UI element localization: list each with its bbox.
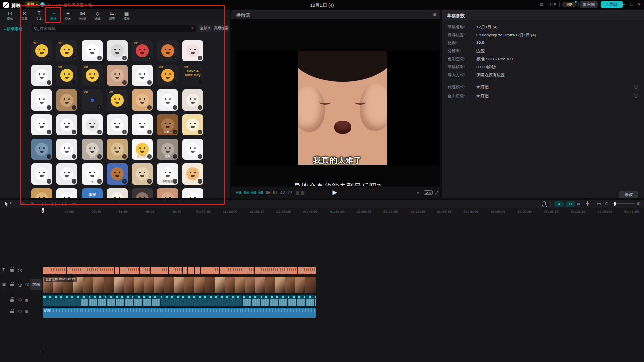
sticker-tile[interactable]: ↓	[56, 114, 77, 135]
sticker-tile[interactable]: Have A Nice DayVIP↓	[182, 65, 203, 86]
download-icon[interactable]: ↓	[198, 80, 202, 85]
subtitle-clip[interactable]	[195, 267, 200, 274]
layout-switch-icon[interactable]: ◫ ▾	[548, 2, 556, 7]
sticker-tile[interactable]: ↓	[182, 139, 203, 160]
sticker-tile[interactable]: ↓	[182, 163, 203, 185]
sticker-tile[interactable]: VIP↓	[82, 89, 103, 111]
sticker-tile[interactable]: ↓	[182, 114, 203, 135]
subtitle-clip[interactable]	[268, 267, 274, 274]
subtitle-track[interactable]	[43, 267, 316, 274]
download-icon[interactable]: ↓	[47, 130, 51, 134]
split-right-icon[interactable]: ][	[61, 201, 67, 206]
tab-贴纸[interactable]: ◔贴纸	[46, 9, 61, 23]
mute-icon[interactable]: ◁)	[25, 282, 29, 286]
sticker-tile[interactable]: ↓	[31, 89, 52, 111]
sticker-tile[interactable]: ↓	[56, 139, 77, 160]
download-icon[interactable]: ↓	[72, 130, 76, 134]
split-icon[interactable]: ][	[41, 201, 47, 206]
sticker-tile[interactable]: ↓	[82, 114, 103, 135]
download-icon[interactable]: ↓	[97, 154, 102, 159]
sticker-tile[interactable]: VIP↓	[56, 65, 77, 86]
filter-all-dropdown[interactable]: 全部 ▾	[198, 25, 212, 32]
tab-媒体[interactable]: ⊡媒体	[3, 9, 17, 23]
lock-icon[interactable]	[10, 311, 14, 313]
sticker-tile[interactable]: ↓	[107, 163, 128, 185]
download-icon[interactable]: ↓	[198, 130, 202, 134]
download-icon[interactable]: ↓	[147, 105, 152, 110]
select-tool-dropdown[interactable]: ▾	[10, 201, 12, 205]
sticker-tile[interactable]: 咬牙切齿↓	[132, 139, 153, 160]
subtitle-clip[interactable]	[279, 267, 286, 274]
subtitle-clip[interactable]	[169, 267, 174, 274]
sticker-tile[interactable]: 拿捏↓	[82, 188, 103, 198]
sticker-tile[interactable]: ↓	[132, 65, 153, 86]
tab-转场[interactable]: ⋈转场	[75, 9, 90, 23]
subtitle-clip[interactable]	[201, 267, 214, 274]
linkage-toggle[interactable]: ∞	[577, 201, 580, 206]
sticker-tile[interactable]: 不敢眨眼↓	[157, 163, 178, 185]
zoom-out-icon[interactable]: ⊖	[605, 201, 609, 206]
download-icon[interactable]: ↓	[122, 179, 127, 184]
sticker-tile[interactable]: ↓	[31, 65, 52, 86]
sticker-tile[interactable]: ↓	[182, 188, 203, 198]
sticker-tile[interactable]: ↓	[107, 65, 128, 86]
subtitle-clip[interactable]	[214, 267, 219, 274]
download-icon[interactable]: ↓	[198, 154, 202, 159]
download-icon[interactable]: ↓	[173, 80, 177, 85]
download-icon[interactable]: ↓	[97, 56, 102, 60]
lock-icon[interactable]	[10, 269, 14, 272]
redo-icon[interactable]: ↷	[30, 201, 34, 206]
sticker-tile[interactable]: ↓	[132, 89, 153, 111]
subtitle-clip[interactable]	[255, 267, 260, 274]
download-icon[interactable]: ↓	[173, 179, 177, 184]
download-icon[interactable]: ↓	[122, 105, 127, 110]
download-icon[interactable]: ↓	[72, 105, 76, 110]
split-left-icon[interactable]: ][	[51, 201, 57, 206]
player-menu-icon[interactable]: ≡	[433, 12, 436, 17]
download-icon[interactable]: ↓	[173, 56, 177, 60]
frame-step-icon[interactable]	[296, 191, 299, 195]
sticker-tile[interactable]: VIP↓	[56, 40, 77, 61]
lock-icon[interactable]	[10, 299, 14, 302]
info-icon[interactable]: ⓘ	[634, 84, 638, 90]
subtitle-clip[interactable]	[120, 267, 127, 274]
mute-icon[interactable]: ◁)	[17, 297, 22, 302]
download-icon[interactable]: ↓	[198, 56, 202, 60]
download-icon[interactable]: ↓	[122, 56, 127, 60]
timeline-view-icon[interactable]: ▭	[597, 201, 601, 206]
subtitle-clip[interactable]	[127, 267, 139, 274]
preview-axis-toggle[interactable]: ╋	[586, 201, 589, 206]
param-value[interactable]: 适应	[476, 48, 485, 54]
tab-调节[interactable]: ⇆调节	[105, 9, 119, 23]
search-input[interactable]	[40, 25, 181, 31]
export-button[interactable]: ↑ 导出	[601, 1, 623, 8]
sticker-tile[interactable]: VIP↓	[107, 89, 128, 111]
tab-滤镜[interactable]: ◇滤镜	[90, 9, 105, 23]
subtitle-clip[interactable]	[140, 267, 144, 274]
select-tool-icon[interactable]	[4, 201, 9, 207]
subtitle-clip[interactable]	[67, 267, 71, 274]
fullscreen-icon[interactable]: ⤢	[435, 190, 438, 196]
zoom-slider-handle[interactable]	[614, 202, 616, 206]
sticker-tile[interactable]: ↓	[107, 114, 128, 135]
download-icon[interactable]: ↓	[72, 154, 76, 159]
ratio-badge[interactable]: 16:9	[424, 190, 433, 195]
cover-button[interactable]: 封面	[30, 279, 42, 290]
sticker-search-box[interactable]: ×	[31, 25, 196, 32]
subtitle-clip[interactable]	[274, 267, 279, 274]
modify-button[interactable]: 修改	[619, 191, 638, 198]
download-icon[interactable]: ↓	[72, 179, 76, 184]
tab-文本[interactable]: T文本	[32, 9, 46, 23]
play-button[interactable]: ▶	[333, 189, 337, 196]
subtitle-clip[interactable]	[227, 267, 232, 274]
download-icon[interactable]: ↓	[72, 80, 76, 85]
sticker-tile[interactable]: ↓	[157, 89, 178, 111]
video-frame[interactable]: 我真的太难了 异地恋真的能走到最后吗?	[236, 51, 439, 165]
minimize-button[interactable]: –	[621, 2, 627, 7]
sticker-tile[interactable]: VIP↓	[132, 40, 153, 61]
download-icon[interactable]: ↓	[173, 130, 177, 134]
sticker-tile[interactable]: VIP↓	[157, 65, 178, 86]
sticker-tile[interactable]: ↓	[56, 163, 77, 185]
sticker-tile[interactable]: ↓	[182, 40, 203, 61]
subtitle-clip[interactable]	[303, 267, 311, 274]
